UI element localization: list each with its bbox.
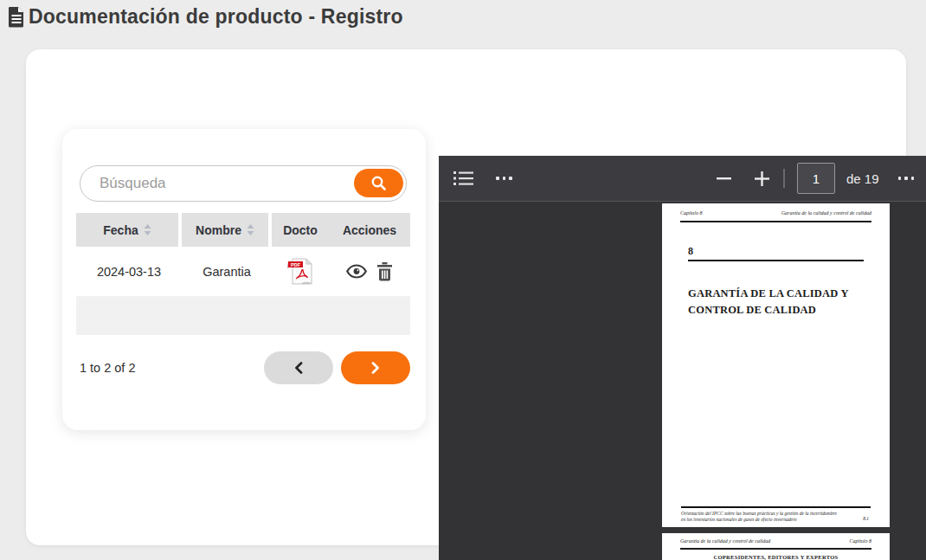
eye-icon <box>346 264 367 279</box>
pdf-page1-footer: Orientación del IPCC sobre las buenas pr… <box>681 511 841 523</box>
running-head-right: Capítulo 8 <box>849 538 871 544</box>
cell-nombre: Garantia <box>182 265 272 279</box>
column-header-acciones: Acciones <box>329 213 410 247</box>
rule <box>680 548 871 550</box>
content-card: Fecha Nombre <box>26 49 906 545</box>
chapter-title: GARANTÍA DE LA CALIDAD Y CONTROL DE CALI… <box>688 286 870 319</box>
viewer-menu-left-button[interactable] <box>496 177 512 180</box>
pdf-page1-running-head: Capítulo 8 Garantía de la calidad y cont… <box>680 210 871 216</box>
document-icon <box>7 5 26 29</box>
pdf-canvas-area[interactable]: Capítulo 8 Garantía de la calidad y cont… <box>439 203 926 560</box>
column-label: Nombre <box>196 223 241 237</box>
chevron-left-icon <box>294 362 303 374</box>
column-header-fecha[interactable]: Fecha <box>76 213 178 247</box>
page-header: Documentación de producto - Registro <box>7 5 403 29</box>
pdf-page-2: Garantía de la calidad y control de cali… <box>662 533 890 560</box>
ellipsis-icon <box>496 177 512 180</box>
cell-acciones <box>329 262 410 281</box>
rule <box>680 221 871 222</box>
page-title: Documentación de producto - Registro <box>29 5 403 29</box>
table-row-empty <box>76 297 410 335</box>
minus-icon <box>717 177 731 180</box>
plus-icon <box>755 171 769 186</box>
page-count-label: de 19 <box>846 171 879 186</box>
rule <box>688 260 864 261</box>
chapter-number: 8 <box>688 245 693 258</box>
view-document-button[interactable] <box>346 264 367 279</box>
search-bar <box>80 165 407 202</box>
cell-fecha: 2024-03-13 <box>76 265 182 279</box>
column-header-docto: Docto <box>272 213 329 247</box>
chapter-title-line1: GARANTÍA DE LA CALIDAD Y <box>688 286 870 302</box>
list-outline-icon <box>453 171 473 186</box>
cell-docto: PDF adobe <box>272 258 329 286</box>
trash-icon <box>376 262 393 281</box>
toggle-sidebar-button[interactable] <box>453 171 473 186</box>
next-page-button[interactable] <box>341 351 410 384</box>
pdf-toolbar: de 19 <box>439 156 926 202</box>
toolbar-divider <box>783 169 785 188</box>
viewer-menu-right-button[interactable] <box>898 177 915 180</box>
chevron-right-icon <box>371 362 380 374</box>
rule <box>681 506 871 508</box>
pagination: 1 to 2 of 2 <box>80 351 410 384</box>
zoom-in-button[interactable] <box>755 171 769 186</box>
documents-table: Fecha Nombre <box>76 213 410 335</box>
running-head-left: Garantía de la calidad y control de cali… <box>680 538 770 544</box>
footer-line1: Orientación del IPCC sobre las buenas pr… <box>681 511 841 517</box>
pdf-page2-running-head: Garantía de la calidad y control de cali… <box>680 538 871 544</box>
sort-arrows-icon <box>144 224 151 235</box>
pagination-summary: 1 to 2 of 2 <box>80 361 136 375</box>
documents-panel: Fecha Nombre <box>62 129 426 430</box>
previous-page-button[interactable] <box>264 351 333 384</box>
section-title: COPRESIDENTES, EDITORES Y EXPERTOS <box>662 554 890 560</box>
svg-text:adobe: adobe <box>302 280 311 284</box>
table-row: 2024-03-13 Garantia PDF adobe <box>76 247 410 297</box>
pdf-file-icon: PDF adobe <box>287 258 313 286</box>
svg-text:PDF: PDF <box>291 261 301 267</box>
page-number-input[interactable] <box>797 163 835 194</box>
chapter-title-line2: CONTROL DE CALIDAD <box>688 302 870 319</box>
pdf-viewer: de 19 Capítulo 8 Garantía de la calidad … <box>439 156 926 560</box>
search-button[interactable] <box>354 169 403 197</box>
delete-document-button[interactable] <box>376 262 393 281</box>
running-head-left: Capítulo 8 <box>680 210 703 216</box>
footer-line2: en los inventarios nacionales de gases d… <box>681 517 841 523</box>
pdf-page-1: Capítulo 8 Garantía de la calidad y cont… <box>662 203 890 527</box>
zoom-out-button[interactable] <box>717 177 731 180</box>
running-head-right: Garantía de la calidad y control de cali… <box>781 210 871 216</box>
ellipsis-icon <box>898 177 915 180</box>
column-label: Docto <box>283 223 318 237</box>
column-header-nombre[interactable]: Nombre <box>182 213 268 247</box>
magnifier-icon <box>370 175 387 191</box>
column-label: Fecha <box>103 223 138 237</box>
table-header-row: Fecha Nombre <box>76 213 410 247</box>
column-label: Acciones <box>343 223 396 237</box>
sort-arrows-icon <box>247 224 254 235</box>
pdf-page1-pagenum: 8.1 <box>863 516 869 521</box>
